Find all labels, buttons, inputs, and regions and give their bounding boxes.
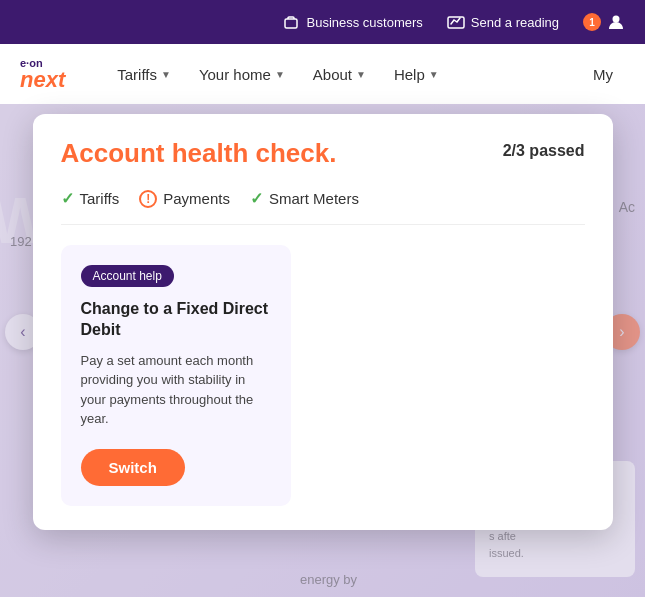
business-customers-link[interactable]: Business customers [282,13,422,31]
suggestion-card: Account help Change to a Fixed Direct De… [61,245,291,506]
business-customers-label: Business customers [306,15,422,30]
switch-button[interactable]: Switch [81,449,185,486]
logo[interactable]: e·on next [20,58,65,91]
health-check-modal: Account health check. 2/3 passed ✓ Tarif… [33,114,613,530]
svg-rect-1 [448,17,464,28]
svg-point-2 [613,16,620,23]
check-pass-icon: ✓ [61,189,74,208]
nav-your-home-label: Your home [199,66,271,83]
nav-tariffs[interactable]: Tariffs ▼ [105,58,183,91]
card-description: Pay a set amount each month providing yo… [81,351,271,429]
card-title: Change to a Fixed Direct Debit [81,299,271,341]
logo-next: next [20,69,65,91]
svg-rect-0 [285,19,297,28]
check-smart-meters-label: Smart Meters [269,190,359,207]
nav-about[interactable]: About ▼ [301,58,378,91]
notification-badge: 1 [583,13,601,31]
modal-header: Account health check. 2/3 passed [61,138,585,169]
main-nav: e·on next Tariffs ▼ Your home ▼ About ▼ … [0,44,645,104]
briefcase-icon [282,13,300,31]
nav-my[interactable]: My [581,58,625,91]
chevron-down-icon: ▼ [429,69,439,80]
modal-passed: 2/3 passed [503,142,585,160]
check-pass-icon-2: ✓ [250,189,263,208]
person-icon [607,13,625,31]
modal-title: Account health check. [61,138,337,169]
meter-icon [447,13,465,31]
chevron-down-icon: ▼ [275,69,285,80]
chevron-down-icon: ▼ [161,69,171,80]
nav-about-label: About [313,66,352,83]
check-smart-meters: ✓ Smart Meters [250,189,359,208]
check-payments: ! Payments [139,190,230,208]
check-tariffs-label: Tariffs [80,190,120,207]
check-warn-icon: ! [139,190,157,208]
card-badge: Account help [81,265,174,287]
nav-help-label: Help [394,66,425,83]
check-payments-label: Payments [163,190,230,207]
modal-overlay: Account health check. 2/3 passed ✓ Tarif… [0,104,645,597]
notifications-link[interactable]: 1 [583,13,625,31]
nav-items: Tariffs ▼ Your home ▼ About ▼ Help ▼ My [105,58,625,91]
top-bar: Business customers Send a reading 1 [0,0,645,44]
send-reading-label: Send a reading [471,15,559,30]
check-tariffs: ✓ Tariffs [61,189,120,208]
send-reading-link[interactable]: Send a reading [447,13,559,31]
nav-tariffs-label: Tariffs [117,66,157,83]
nav-my-label: My [593,66,613,83]
chevron-down-icon: ▼ [356,69,366,80]
nav-your-home[interactable]: Your home ▼ [187,58,297,91]
modal-checks: ✓ Tariffs ! Payments ✓ Smart Meters [61,189,585,225]
nav-help[interactable]: Help ▼ [382,58,451,91]
